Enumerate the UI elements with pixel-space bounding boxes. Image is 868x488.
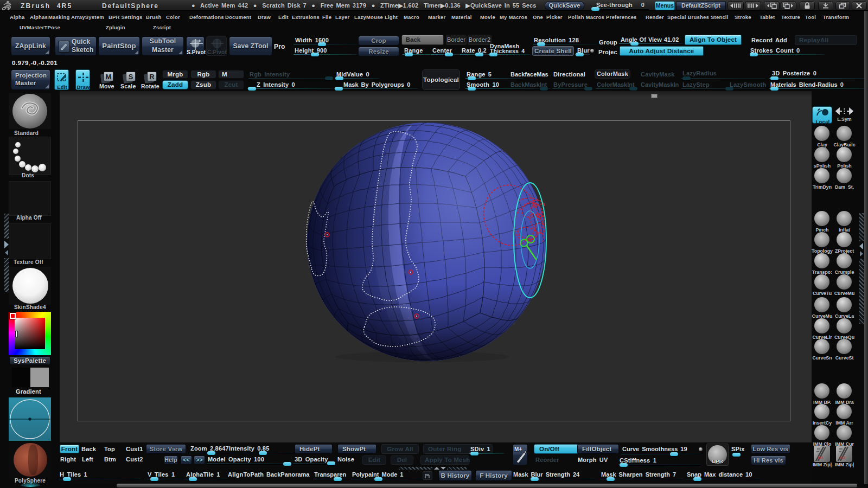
svg-text:MET: MET <box>818 456 824 459</box>
svg-text:MET: MET <box>840 456 846 459</box>
